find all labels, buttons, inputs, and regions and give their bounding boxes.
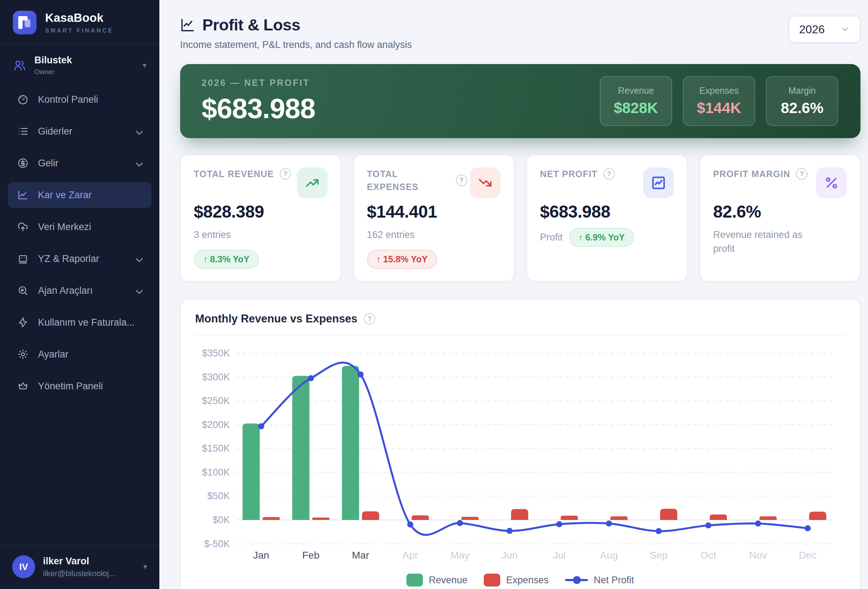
banner-value: $683.988 <box>202 92 315 125</box>
stat-label: TOTAL EXPENSES <box>367 168 450 194</box>
stat-value: $683.988 <box>540 202 674 221</box>
chevron-down-icon <box>134 127 145 138</box>
help-icon[interactable]: ? <box>796 168 807 180</box>
legend-label: Expenses <box>506 575 549 586</box>
chevron-down-icon <box>134 159 145 170</box>
svg-text:May: May <box>450 550 469 561</box>
crown-icon <box>17 380 29 392</box>
kasabook-logo-icon <box>13 11 37 34</box>
svg-text:Jul: Jul <box>553 550 566 561</box>
brand: KasaBook SMART FINANCE <box>0 0 159 44</box>
svg-text:$0K: $0K <box>213 515 230 525</box>
sidebar-item-kullan-m-ve-faturala[interactable]: Kullanım ve Faturala... <box>8 309 152 335</box>
list-icon <box>17 125 29 137</box>
legend-label: Revenue <box>429 575 467 586</box>
chevron-down-icon <box>134 255 145 266</box>
yoy-pill: ↑ 15.8% YoY <box>367 250 437 269</box>
svg-text:Jun: Jun <box>502 550 518 561</box>
main-content: Profit & Loss Income statement, P&L tren… <box>159 0 868 589</box>
percent-icon <box>824 175 839 191</box>
sidebar-item-ajan-ara-lar[interactable]: Ajan Araçları <box>8 278 152 303</box>
banner-mini-card-margin: Margin82.6% <box>766 76 838 126</box>
year-select-value: 2026 <box>799 23 825 36</box>
sidebar-item-veri-merkezi[interactable]: Veri Merkezi <box>8 214 152 240</box>
bot-icon <box>17 253 29 264</box>
sidebar-item-y-netim-paneli[interactable]: Yönetim Paneli <box>8 373 152 399</box>
sidebar-item-label: Veri Merkezi <box>38 221 142 233</box>
percent-icon <box>816 168 847 198</box>
sidebar-item-label: Kullanım ve Faturala... <box>38 317 142 328</box>
sidebar-item-kontrol-paneli[interactable]: Kontrol Paneli <box>8 87 152 112</box>
caret-down-icon: ▾ <box>143 61 146 70</box>
sidebar-item-ayarlar[interactable]: Ayarlar <box>8 342 152 367</box>
monthly-chart-card: Monthly Revenue vs Expenses ? $350K$300K… <box>180 299 861 589</box>
svg-text:Feb: Feb <box>302 550 319 561</box>
chart-square-icon <box>651 175 666 191</box>
svg-text:Nov: Nov <box>749 550 767 561</box>
stat-card-total-expenses: TOTAL EXPENSES?$144.401162 entries↑ 15.8… <box>353 155 515 281</box>
gauge-icon <box>17 94 29 105</box>
svg-text:$350K: $350K <box>202 348 230 359</box>
svg-text:Mar: Mar <box>352 550 369 561</box>
help-icon[interactable]: ? <box>603 168 615 180</box>
svg-text:$50K: $50K <box>207 491 230 502</box>
stat-value: $144.401 <box>367 202 501 221</box>
sidebar-item-label: Kontrol Paneli <box>38 94 142 105</box>
stat-value: $828.389 <box>194 202 328 221</box>
sidebar-item-label: Ayarlar <box>38 349 142 360</box>
page-subtitle: Income statement, P&L trends, and cash f… <box>180 39 412 50</box>
trend-down-icon <box>470 168 500 198</box>
brand-name: KasaBook <box>45 11 114 25</box>
legend-item-expenses: Expenses <box>484 574 549 586</box>
sidebar-item-gelir[interactable]: Gelir <box>8 150 152 176</box>
svg-text:$300K: $300K <box>202 372 230 383</box>
legend-item-net-profit: Net Profit <box>565 574 634 586</box>
svg-text:Apr: Apr <box>403 550 418 561</box>
legend-item-revenue: Revenue <box>406 574 467 586</box>
mini-card-label: Expenses <box>687 85 751 96</box>
user-menu[interactable]: IV ilker Varol ilker@bilusteknoloj... ▾ <box>0 544 159 589</box>
svg-text:Sep: Sep <box>650 550 667 561</box>
yoy-pill: ↑ 8.3% YoY <box>194 250 259 269</box>
stat-card-total-revenue: TOTAL REVENUE?$828.3893 entries↑ 8.3% Yo… <box>180 155 341 281</box>
sidebar-item-label: Ajan Araçları <box>38 285 124 296</box>
caret-down-icon: ▾ <box>143 562 147 571</box>
organization-switcher[interactable]: Bilustek Owner ▾ <box>0 44 159 84</box>
help-icon[interactable]: ? <box>456 175 467 186</box>
chevron-down-icon <box>134 286 145 298</box>
chevron-down-icon <box>840 25 850 34</box>
avatar: IV <box>12 555 35 578</box>
zap-icon <box>17 317 29 328</box>
stat-sub: Revenue retained as profit <box>713 228 813 256</box>
svg-text:$200K: $200K <box>202 420 230 430</box>
stat-sub: 3 entries <box>194 228 294 242</box>
sidebar-item-kar-ve-zarar[interactable]: Kar ve Zarar <box>8 182 152 208</box>
dollar-circle-icon <box>17 158 29 169</box>
brand-tagline: SMART FINANCE <box>45 28 114 34</box>
svg-text:$150K: $150K <box>202 443 230 454</box>
mini-card-value: $144K <box>687 100 751 117</box>
help-icon[interactable]: ? <box>364 313 375 325</box>
stat-sub: Profit <box>540 230 562 244</box>
legend-swatch <box>406 574 423 586</box>
chart-title: Monthly Revenue vs Expenses <box>195 312 357 325</box>
user-email: ilker@bilusteknoloj... <box>43 569 115 578</box>
legend-label: Net Profit <box>594 575 634 586</box>
stat-label: PROFIT MARGIN <box>713 168 791 180</box>
sidebar-item-giderler[interactable]: Giderler <box>8 118 152 144</box>
mini-card-value: $828K <box>604 100 668 117</box>
org-name: Bilustek <box>34 55 134 66</box>
sidebar-item-label: Gelir <box>38 158 124 169</box>
help-icon[interactable]: ? <box>280 168 291 180</box>
chart-line-icon <box>17 189 29 201</box>
stat-label: NET PROFIT <box>540 168 598 180</box>
year-select[interactable]: 2026 <box>788 16 861 43</box>
stat-card-profit-margin: PROFIT MARGIN?82.6%Revenue retained as p… <box>700 155 861 281</box>
sidebar-item-yz-raporlar[interactable]: YZ & Raporlar <box>8 246 152 272</box>
stat-value: 82.6% <box>713 202 847 221</box>
sidebar-item-label: Giderler <box>38 126 124 137</box>
svg-text:$-50K: $-50K <box>204 539 230 549</box>
stat-card-net-profit: NET PROFIT?$683.988Profit↑ 6.9% YoY <box>526 155 688 281</box>
users-icon <box>13 59 27 72</box>
svg-text:Oct: Oct <box>700 550 716 561</box>
